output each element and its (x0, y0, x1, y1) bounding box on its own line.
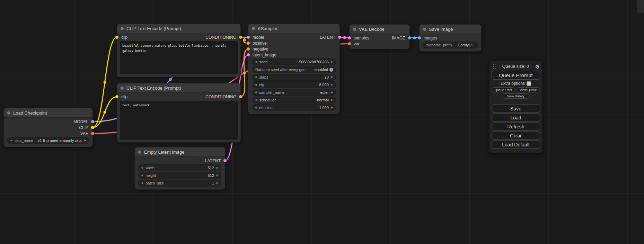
node-empty-latent-image[interactable]: Empty Latent Image LATENT ◀ width 512 ▶ … (134, 147, 225, 190)
node-vae-decode[interactable]: VAE Decode samples IMAGE vae (349, 24, 410, 49)
conditioning-output-port[interactable] (239, 36, 242, 39)
node-save-image[interactable]: Save Image images filename_prefix ComfyU… (419, 24, 482, 52)
scheduler-widget[interactable]: ◀ scheduler normal ▶ (252, 97, 336, 103)
next-value-arrow-icon[interactable]: ▶ (331, 99, 333, 101)
prev-value-arrow-icon[interactable]: ◀ (255, 61, 257, 63)
positive-prompt-textarea[interactable]: beautiful scenery nature glass bottle la… (120, 41, 238, 74)
view-history-button[interactable]: View History (502, 93, 530, 99)
settings-gear-icon[interactable]: ⚙ (535, 64, 540, 69)
widget-label: seed (259, 60, 267, 64)
clip-output-port[interactable] (91, 126, 94, 129)
node-clip-text-encode-negative[interactable]: CLIP Text Encode (Prompt) clip CONDITION… (117, 83, 241, 143)
next-value-arrow-icon[interactable]: ▶ (217, 174, 219, 177)
node-title-bar[interactable]: Empty Latent Image (135, 147, 225, 157)
latent-output-port[interactable] (223, 159, 227, 162)
link-midpoint-dot (243, 72, 246, 74)
node-collapse-dot-icon[interactable] (7, 111, 10, 115)
batch-size-widget[interactable]: ◀ batch_size 1 ▶ (138, 180, 221, 187)
seed-widget[interactable]: ◀ seed 156680208700286 ▶ (252, 58, 336, 65)
extra-options-checkbox[interactable] (527, 81, 531, 86)
node-title: Load Checkpoint (13, 110, 47, 116)
sampler-name-widget[interactable]: ◀ sampler_name euler ▶ (252, 89, 336, 96)
port-label: CONDITIONING (205, 94, 236, 99)
node-title-bar[interactable]: CLIP Text Encode (Prompt) (117, 83, 240, 93)
port-row: clip CONDITIONING (117, 94, 240, 100)
node-graph-canvas[interactable]: Load Checkpoint MODEL CLIP VAE ◀ ckpt_na… (0, 0, 644, 244)
prev-value-arrow-icon[interactable]: ◀ (255, 91, 257, 94)
steps-widget[interactable]: ◀ steps 20 ▶ (252, 74, 336, 81)
next-value-arrow-icon[interactable]: ▶ (331, 83, 333, 86)
prev-value-arrow-icon[interactable]: ◀ (255, 83, 257, 86)
next-value-arrow-icon[interactable]: ▶ (331, 106, 333, 109)
prev-value-arrow-icon[interactable]: ◀ (141, 166, 143, 169)
node-collapse-dot-icon[interactable] (252, 27, 255, 30)
vae-output-port[interactable] (91, 132, 94, 135)
load-button[interactable]: Load (492, 114, 540, 121)
clip-input-port[interactable] (115, 36, 118, 39)
negative-input-port[interactable] (247, 47, 250, 51)
node-title-bar[interactable]: Save Image (420, 25, 481, 34)
queue-front-button[interactable]: Queue Front (492, 87, 515, 92)
node-load-checkpoint[interactable]: Load Checkpoint MODEL CLIP VAE ◀ ckpt_na… (3, 108, 93, 147)
save-button[interactable]: Save (492, 105, 540, 112)
node-title-bar[interactable]: CLIP Text Encode (Prompt) (117, 24, 240, 33)
images-input-port[interactable] (418, 36, 421, 39)
load-default-button[interactable]: Load Default (492, 141, 540, 148)
prev-value-arrow-icon[interactable]: ◀ (255, 106, 257, 109)
port-label: VAE (80, 131, 88, 136)
port-label: positive (253, 41, 267, 46)
denoise-widget[interactable]: ◀ denoise 1.000 ▶ (252, 104, 336, 111)
port-label: CONDITIONING (205, 35, 236, 40)
filename-prefix-widget[interactable]: filename_prefix ComfyUI (423, 42, 478, 48)
conditioning-output-port[interactable] (239, 95, 242, 98)
next-value-arrow-icon[interactable]: ▶ (331, 61, 333, 63)
positive-input-port[interactable] (247, 42, 250, 45)
next-value-arrow-icon[interactable]: ▶ (331, 76, 333, 79)
link-midpoint-dot (104, 81, 106, 84)
node-collapse-dot-icon[interactable] (121, 87, 124, 90)
vae-input-port[interactable] (348, 42, 351, 45)
next-value-arrow-icon[interactable]: ▶ (217, 182, 219, 184)
latent-output-port[interactable] (338, 36, 341, 39)
refresh-button[interactable]: Refresh (492, 123, 540, 130)
negative-prompt-textarea[interactable]: text, watermark (120, 101, 238, 139)
queue-prompt-button[interactable]: Queue Prompt (492, 71, 540, 80)
next-value-arrow-icon[interactable]: ▶ (84, 139, 86, 142)
node-collapse-dot-icon[interactable] (138, 151, 141, 154)
height-widget[interactable]: ◀ height 512 ▶ (138, 172, 221, 179)
cfg-widget[interactable]: ◀ cfg 8.000 ▶ (252, 81, 336, 88)
samples-input-port[interactable] (348, 36, 351, 39)
node-clip-text-encode-positive[interactable]: CLIP Text Encode (Prompt) clip CONDITION… (117, 24, 241, 77)
toggle-dot-icon[interactable] (329, 68, 333, 72)
node-title: CLIP Text Encode (Prompt) (126, 26, 181, 31)
node-title-bar[interactable]: KSampler (248, 24, 339, 33)
prev-value-arrow-icon[interactable]: ◀ (255, 76, 257, 79)
clip-input-port[interactable] (115, 95, 118, 98)
node-collapse-dot-icon[interactable] (423, 28, 426, 31)
image-output-port[interactable] (408, 36, 411, 39)
random-seed-toggle-widget[interactable]: Random seed after every gen enabled (252, 66, 336, 73)
prev-value-arrow-icon[interactable]: ◀ (10, 139, 12, 142)
node-title-bar[interactable]: VAE Decode (350, 25, 409, 34)
prev-value-arrow-icon[interactable]: ◀ (141, 174, 143, 177)
next-value-arrow-icon[interactable]: ▶ (331, 91, 333, 94)
view-queue-button[interactable]: View Queue (517, 87, 540, 92)
drag-handle-icon[interactable] (492, 64, 496, 69)
link-midpoint-dot (413, 37, 416, 39)
next-value-arrow-icon[interactable]: ▶ (217, 166, 219, 169)
prev-value-arrow-icon[interactable]: ◀ (255, 99, 257, 101)
node-collapse-dot-icon[interactable] (121, 27, 124, 30)
widget-value: 156680208700286 (297, 60, 329, 64)
prev-value-arrow-icon[interactable]: ◀ (141, 182, 143, 184)
node-collapse-dot-icon[interactable] (353, 28, 356, 31)
port-label: CLIP (79, 125, 88, 130)
ckpt-name-widget[interactable]: ◀ ckpt_name v1-5-pruned-emaonly.ckpt ▶ (7, 137, 89, 144)
width-widget[interactable]: ◀ width 512 ▶ (138, 164, 221, 171)
model-input-port[interactable] (247, 36, 250, 39)
node-title-bar[interactable]: Load Checkpoint (4, 108, 92, 118)
clear-button[interactable]: Clear (492, 132, 540, 139)
latent-image-input-port[interactable] (247, 53, 250, 56)
model-output-port[interactable] (91, 120, 94, 123)
queue-size-label: Queue size: 0 (496, 64, 535, 69)
node-ksampler[interactable]: KSampler model LATENT positive negative … (248, 24, 340, 114)
